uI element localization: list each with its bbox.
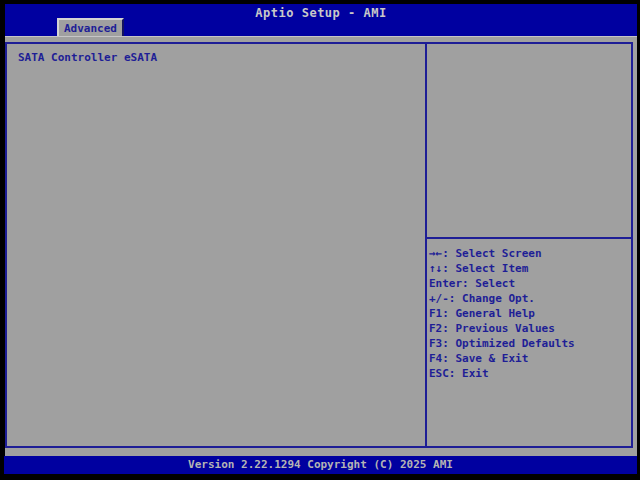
help-line-f3-optimized-defaults: F3: Optimized Defaults: [429, 336, 630, 351]
tab-advanced[interactable]: Advanced: [57, 18, 124, 36]
options-panel: SATA Controller eSATA: [7, 44, 427, 446]
version-text: Version 2.22.1294 Copyright (C) 2025 AMI: [188, 458, 453, 471]
help-line-enter-select: Enter: Select: [429, 276, 630, 291]
version-bar: Version 2.22.1294 Copyright (C) 2025 AMI: [4, 456, 637, 474]
help-line-f1-general-help: F1: General Help: [429, 306, 630, 321]
header-bar: Aptio Setup - AMI Advanced: [5, 4, 637, 36]
menu-item-sata-controller-esata[interactable]: SATA Controller eSATA: [7, 44, 425, 63]
setup-body: SATA Controller eSATA →←: Select Screen …: [5, 36, 637, 456]
help-line-f4-save-exit: F4: Save & Exit: [429, 351, 630, 366]
help-line-change-opt: +/-: Change Opt.: [429, 291, 630, 306]
help-panel: →←: Select Screen ↑↓: Select Item Enter:…: [427, 44, 631, 446]
help-line-select-screen: →←: Select Screen: [429, 246, 630, 261]
bios-setup-screen: Aptio Setup - AMI Advanced SATA Controll…: [0, 0, 640, 480]
help-line-esc-exit: ESC: Exit: [429, 366, 630, 381]
panels-frame: SATA Controller eSATA →←: Select Screen …: [5, 42, 633, 448]
item-help-area: [427, 44, 631, 239]
help-line-select-item: ↑↓: Select Item: [429, 261, 630, 276]
key-legend: →←: Select Screen ↑↓: Select Item Enter:…: [427, 239, 631, 381]
help-line-f2-previous-values: F2: Previous Values: [429, 321, 630, 336]
